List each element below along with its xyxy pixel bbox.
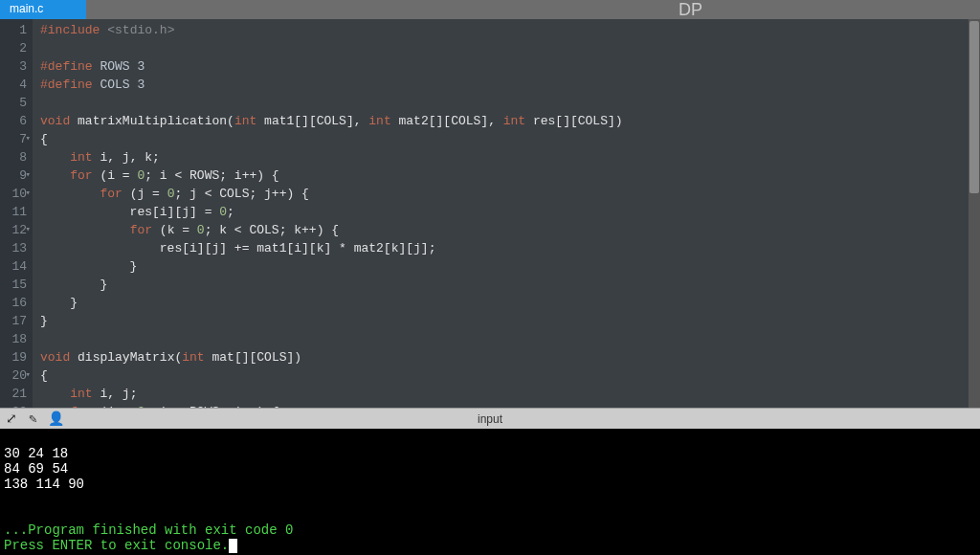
fold-indicator-icon: ▾ <box>26 166 31 185</box>
line-number: 5 <box>0 94 27 112</box>
code-line: for (j = 0; j < COLS; j++) { <box>40 185 980 203</box>
console-line: 30 24 18 <box>4 446 68 461</box>
line-number: 14 <box>0 257 27 276</box>
line-number: 17 <box>0 312 27 330</box>
line-number: 15 <box>0 276 27 294</box>
line-number: 19 <box>0 348 27 366</box>
code-line: int i, j, k; <box>40 148 980 166</box>
code-line: for (k = 0; k < COLS; k++) { <box>40 221 980 239</box>
line-number: 12▾ <box>0 221 27 239</box>
line-number: 9▾ <box>0 166 27 185</box>
watermark-logo: DP <box>679 0 702 20</box>
code-line: { <box>40 130 980 148</box>
cursor-icon <box>229 539 237 553</box>
code-line: #define ROWS 3 <box>40 57 980 76</box>
code-line: } <box>40 257 980 276</box>
code-line: #define COLS 3 <box>40 76 980 94</box>
code-line: res[i][j] += mat1[i][k] * mat2[k][j]; <box>40 239 980 257</box>
code-line: { <box>40 366 980 385</box>
console-line: 84 69 54 <box>4 461 68 477</box>
code-line: int i, j; <box>40 385 980 403</box>
line-number: 6 <box>0 112 27 130</box>
console-output[interactable]: 30 24 18 84 69 54 138 114 90 ...Program … <box>0 429 980 555</box>
line-number: 11 <box>0 203 27 221</box>
line-number: 3 <box>0 57 27 76</box>
code-line: void displayMatrix(int mat[][COLS]) <box>40 348 980 366</box>
console-prompt: Press ENTER to exit console. <box>4 538 229 553</box>
code-line <box>40 94 980 112</box>
fold-indicator-icon: ▾ <box>26 366 31 385</box>
fold-indicator-icon: ▾ <box>26 221 31 239</box>
line-number: 4 <box>0 76 27 94</box>
code-line: res[i][j] = 0; <box>40 203 980 221</box>
code-line: } <box>40 276 980 294</box>
code-editor[interactable]: 1 2 3 4 5 6 7▾ 8 9▾ 10▾ 11 12▾ 13 14 15 … <box>0 19 980 408</box>
line-number: 10▾ <box>0 185 27 203</box>
fold-indicator-icon: ▾ <box>26 185 31 203</box>
line-number-gutter: 1 2 3 4 5 6 7▾ 8 9▾ 10▾ 11 12▾ 13 14 15 … <box>0 19 33 408</box>
line-number: 1 <box>0 21 27 39</box>
tab-filename: main.c <box>10 2 43 15</box>
code-line: } <box>40 294 980 312</box>
vertical-scrollbar[interactable] <box>969 19 980 408</box>
code-line: } <box>40 312 980 330</box>
code-line <box>40 330 980 348</box>
expand-icon[interactable]: ⤢ <box>6 411 17 427</box>
clear-icon[interactable]: ✎ <box>29 411 36 427</box>
user-icon[interactable]: 👤 <box>48 411 64 427</box>
line-number: 18 <box>0 330 27 348</box>
console-exit-message: ...Program finished with exit code 0 <box>4 522 293 538</box>
line-number: 13 <box>0 239 27 257</box>
code-line: void matrixMultiplication(int mat1[][COL… <box>40 112 980 130</box>
fold-indicator-icon: ▾ <box>26 130 31 148</box>
console-title: input <box>478 412 502 426</box>
code-line: #include <stdio.h> <box>40 21 980 39</box>
code-line: for (i = 0; i < ROWS; i++) { <box>40 166 980 185</box>
line-number: 2 <box>0 39 27 57</box>
line-number: 16 <box>0 294 27 312</box>
tab-bar: main.c DP <box>0 0 980 19</box>
console-toolbar: ⤢ ✎ 👤 input <box>0 408 980 429</box>
line-number: 21 <box>0 385 27 403</box>
tab-main-c[interactable]: main.c <box>0 0 86 19</box>
line-number: 8 <box>0 148 27 166</box>
code-content[interactable]: #include <stdio.h> #define ROWS 3 #defin… <box>33 19 980 408</box>
code-line <box>40 39 980 57</box>
console-line: 138 114 90 <box>4 477 84 492</box>
line-number: 20▾ <box>0 366 27 385</box>
line-number: 7▾ <box>0 130 27 148</box>
scrollbar-thumb[interactable] <box>969 21 979 193</box>
